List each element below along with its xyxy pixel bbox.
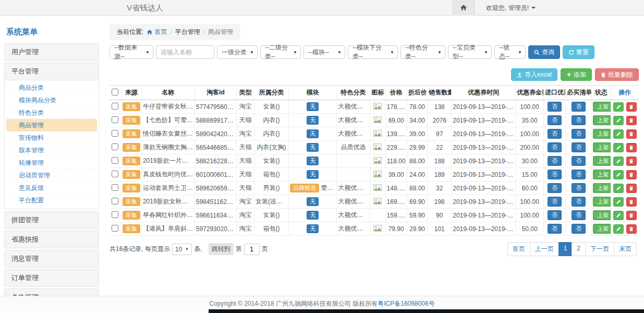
import-select-toggle[interactable]: 否: [548, 170, 562, 179]
item-type-select[interactable]: --宝贝类型--▼: [448, 45, 492, 59]
module-select[interactable]: --模块--▼: [303, 45, 345, 59]
must-buy-toggle[interactable]: 否: [572, 102, 586, 112]
sidebar-subitem[interactable]: 模块商品分类: [6, 94, 97, 106]
sidebar-subitem[interactable]: 平台配置: [6, 194, 97, 207]
must-buy-toggle[interactable]: 否: [572, 142, 586, 152]
row-checkbox[interactable]: [112, 198, 118, 204]
must-buy-toggle[interactable]: 否: [572, 197, 586, 207]
row-checkbox[interactable]: [112, 157, 118, 164]
edit-button[interactable]: [613, 170, 624, 179]
status-toggle[interactable]: 上架: [593, 197, 611, 207]
sidebar-subitem[interactable]: 商品分类: [6, 81, 97, 94]
edit-button[interactable]: [613, 224, 624, 234]
edit-button[interactable]: [613, 184, 624, 193]
sidebar-subitem[interactable]: 意见反馈: [6, 182, 97, 194]
must-buy-toggle[interactable]: 否: [572, 170, 586, 179]
status-toggle[interactable]: 上架: [593, 115, 611, 125]
batch-delete-button[interactable]: 批量删除: [595, 68, 639, 81]
row-checkbox[interactable]: [112, 130, 118, 137]
import-excel-button[interactable]: 导入excel: [511, 68, 557, 81]
status-toggle[interactable]: 上架: [593, 156, 611, 166]
sidebar-group[interactable]: 拼团管理: [4, 211, 99, 229]
select-all-checkbox[interactable]: [112, 89, 118, 95]
must-buy-toggle[interactable]: 否: [572, 210, 586, 220]
reset-button[interactable]: 重置: [563, 45, 594, 59]
sidebar-group-platform[interactable]: 平台管理: [4, 63, 99, 80]
pagination-button[interactable]: 2: [572, 242, 586, 256]
edit-button[interactable]: [613, 102, 624, 112]
sidebar-group-user[interactable]: 用户管理: [4, 43, 99, 61]
data-source-select[interactable]: --数据来源--▼: [110, 45, 153, 59]
row-checkbox[interactable]: [112, 211, 118, 218]
delete-button[interactable]: [626, 102, 637, 112]
row-checkbox[interactable]: [112, 103, 118, 110]
sidebar-subitem[interactable]: 版本管理: [6, 144, 97, 156]
edit-button[interactable]: [613, 129, 624, 139]
edit-button[interactable]: [613, 211, 624, 220]
status-select[interactable]: --状态--▼: [494, 45, 526, 59]
edit-button[interactable]: [613, 143, 624, 152]
delete-button[interactable]: [626, 143, 637, 152]
delete-button[interactable]: [626, 224, 637, 234]
pagination-button[interactable]: 上一页: [530, 242, 559, 256]
feature-category-select[interactable]: --特色分类--▼: [400, 45, 445, 59]
status-toggle[interactable]: 上架: [593, 142, 611, 152]
edit-button[interactable]: [613, 156, 624, 166]
edit-button[interactable]: [613, 116, 624, 125]
status-toggle[interactable]: 上架: [593, 183, 611, 193]
row-checkbox[interactable]: [112, 171, 118, 177]
user-menu[interactable]: 欢迎您, 管理员!: [475, 0, 536, 16]
pagination-button[interactable]: 1: [558, 242, 573, 256]
name-search-input[interactable]: [156, 45, 214, 59]
delete-button[interactable]: [626, 170, 637, 179]
pagination-button[interactable]: 首页: [507, 242, 530, 256]
must-buy-toggle[interactable]: 否: [572, 129, 586, 139]
status-toggle[interactable]: 上架: [593, 102, 611, 112]
delete-button[interactable]: [626, 116, 637, 125]
sidebar-group[interactable]: 消息管理: [4, 250, 99, 268]
module-sub-select[interactable]: --模块下分类--▼: [348, 45, 398, 59]
home-button[interactable]: [453, 0, 475, 16]
pagination-button[interactable]: 末页: [614, 242, 637, 256]
import-select-toggle[interactable]: 否: [548, 197, 562, 207]
sidebar-subitem[interactable]: 轮播管理: [6, 156, 97, 169]
delete-button[interactable]: [626, 197, 637, 207]
sidebar-group[interactable]: 订单管理: [4, 269, 99, 287]
sidebar-subitem[interactable]: 宣传物料: [6, 131, 97, 144]
import-select-toggle[interactable]: 否: [548, 142, 562, 152]
row-checkbox[interactable]: [112, 184, 118, 191]
status-toggle[interactable]: 上架: [593, 129, 611, 139]
import-select-toggle[interactable]: 否: [548, 115, 562, 125]
level1-category-select[interactable]: 一级分类▼: [217, 45, 258, 59]
import-select-toggle[interactable]: 否: [548, 224, 562, 234]
pagination-button[interactable]: 下一页: [585, 242, 614, 256]
delete-button[interactable]: [626, 129, 637, 139]
status-toggle[interactable]: 上架: [593, 170, 611, 179]
import-select-toggle[interactable]: 否: [548, 129, 562, 139]
sidebar-subitem[interactable]: 商品管理: [6, 119, 97, 131]
status-toggle[interactable]: 上架: [593, 210, 611, 220]
breadcrumb-section[interactable]: 平台管理: [175, 28, 200, 37]
search-button[interactable]: 查询: [528, 45, 560, 59]
row-checkbox[interactable]: [112, 225, 118, 232]
import-select-toggle[interactable]: 否: [548, 183, 562, 193]
must-buy-toggle[interactable]: 否: [572, 156, 586, 166]
must-buy-toggle[interactable]: 否: [572, 115, 586, 125]
import-select-toggle[interactable]: 否: [548, 102, 562, 112]
breadcrumb-home-link[interactable]: 首页: [147, 28, 167, 37]
icp-link[interactable]: 粤ICP备16098006号: [378, 300, 434, 307]
import-select-toggle[interactable]: 否: [548, 156, 562, 166]
delete-button[interactable]: [626, 156, 637, 166]
status-toggle[interactable]: 上架: [593, 224, 611, 234]
sidebar-subitem[interactable]: 启动页管理: [6, 169, 97, 182]
delete-button[interactable]: [626, 211, 637, 220]
row-checkbox[interactable]: [112, 116, 118, 123]
goto-page-input[interactable]: [244, 244, 260, 255]
row-checkbox[interactable]: [112, 143, 118, 150]
jump-button[interactable]: 跳转到: [209, 243, 234, 255]
sidebar-group[interactable]: 省惠快报: [4, 231, 99, 248]
must-buy-toggle[interactable]: 否: [572, 224, 586, 234]
per-page-select[interactable]: 10 ▼: [172, 244, 192, 255]
import-select-toggle[interactable]: 否: [548, 210, 562, 220]
must-buy-toggle[interactable]: 否: [572, 183, 586, 193]
